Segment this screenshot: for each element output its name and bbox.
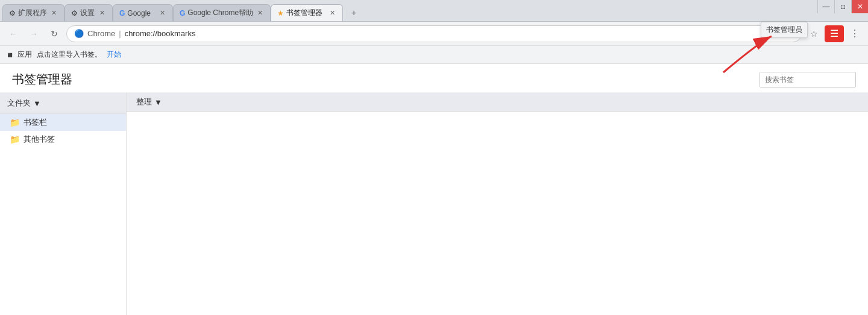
chrome-menu-button[interactable]: ⋮ — [846, 25, 863, 42]
tab-bookmarks[interactable]: ★ 书签管理器 ✕ — [271, 4, 343, 21]
chrome-help-tab-icon: G — [180, 9, 185, 18]
refresh-button[interactable]: ↻ — [46, 25, 63, 42]
search-input[interactable] — [760, 72, 856, 88]
maximize-button[interactable]: □ — [834, 0, 851, 13]
extensions-tab-icon: ⚙ — [9, 9, 16, 18]
sidebar-item-other-bookmarks[interactable]: 📁 其他书签 — [0, 131, 126, 148]
url-text: chrome://bookmarks — [125, 29, 196, 38]
apps-grid-icon: ◾ — [5, 50, 15, 60]
folder-icon-bookmarks-bar: 📁 — [10, 118, 20, 127]
organize-button[interactable]: 整理 ▼ — [136, 97, 162, 107]
bookmark-manager-page: 书签管理器 文件夹 ▼ 📁 书签栏 — [0, 64, 868, 315]
import-link[interactable]: 开始 — [107, 49, 121, 60]
url-bar[interactable]: 🔵 Chrome | chrome://bookmarks — [66, 25, 802, 42]
window-controls: — □ ✕ — [817, 0, 868, 13]
folder-menu-label: 文件夹 — [7, 98, 31, 109]
bookmarks-tab-icon: ★ — [277, 9, 284, 18]
settings-tab-title: 设置 — [80, 8, 95, 18]
minimize-button[interactable]: — — [817, 0, 834, 13]
tab-extensions[interactable]: ⚙ 扩展程序 ✕ — [2, 4, 64, 21]
sidebar-item-label-other-bookmarks: 其他书签 — [24, 134, 55, 145]
address-actions: ☆ ☰ ⋮ — [805, 25, 863, 42]
url-favicon: 🔵 — [74, 29, 84, 38]
close-button[interactable]: ✕ — [851, 0, 868, 13]
forward-button[interactable]: → — [25, 25, 42, 42]
address-bar: ← → ↻ 🔵 Chrome | chrome://bookmarks ☆ ☰ … — [0, 22, 868, 46]
bm-content-area — [127, 112, 868, 312]
organize-label: 整理 — [136, 97, 152, 107]
sidebar-item-bookmarks-bar[interactable]: 📁 书签栏 — [0, 114, 126, 131]
url-chrome-label: Chrome — [87, 29, 115, 38]
chrome-help-tab-close[interactable]: ✕ — [256, 9, 264, 18]
sidebar-folder-menu[interactable]: 文件夹 ▼ — [0, 93, 126, 114]
bm-page-header: 书签管理器 — [0, 64, 868, 93]
bookmarks-tab-close[interactable]: ✕ — [328, 9, 336, 18]
extensions-tab-close[interactable]: ✕ — [49, 9, 58, 18]
tab-settings[interactable]: ⚙ 设置 ✕ — [64, 4, 113, 21]
new-tab-button[interactable]: + — [345, 4, 362, 21]
bm-body: 文件夹 ▼ 📁 书签栏 📁 其他书签 — [0, 93, 868, 315]
import-text: 点击这里导入书签。 — [37, 49, 102, 60]
settings-tab-close[interactable]: ✕ — [98, 9, 106, 18]
url-separator: | — [119, 29, 121, 38]
bm-main-header: 整理 ▼ — [127, 93, 868, 112]
bm-main-content: 整理 ▼ — [127, 93, 868, 315]
folder-menu-arrow: ▼ — [33, 99, 41, 108]
browser-frame: ⚙ 扩展程序 ✕ ⚙ 设置 ✕ G Google ✕ G Google Chro… — [0, 0, 868, 315]
tab-google[interactable]: G Google ✕ — [113, 4, 173, 21]
bookmark-star-button[interactable]: ☆ — [805, 25, 822, 42]
sidebar-item-label-bookmarks-bar: 书签栏 — [24, 117, 47, 128]
settings-tab-icon: ⚙ — [71, 9, 78, 18]
bm-sidebar: 文件夹 ▼ 📁 书签栏 📁 其他书签 — [0, 93, 127, 315]
bookmarks-manager-button[interactable]: ☰ — [825, 25, 844, 42]
bookmarks-bar: ◾ 应用 点击这里导入书签。 开始 — [0, 46, 868, 64]
bookmarks-tab-title: 书签管理器 — [286, 8, 326, 18]
folder-icon-other-bookmarks: 📁 — [10, 135, 20, 144]
extensions-tab-title: 扩展程序 — [18, 8, 47, 18]
google-tab-icon: G — [119, 9, 125, 18]
google-tab-close[interactable]: ✕ — [158, 9, 166, 18]
page-content: 书签管理器 文件夹 ▼ 📁 书签栏 — [0, 64, 868, 315]
page-title: 书签管理器 — [12, 71, 72, 88]
back-button[interactable]: ← — [5, 25, 22, 42]
tab-chrome-help[interactable]: G Google Chrome帮助 ✕ — [173, 4, 271, 21]
apps-button[interactable]: ◾ 应用 — [5, 49, 32, 60]
organize-arrow: ▼ — [154, 98, 162, 107]
tab-tooltip: 书签管理员 — [761, 22, 808, 38]
apps-label: 应用 — [17, 49, 32, 60]
google-tab-title: Google — [127, 9, 156, 18]
chrome-help-tab-title: Google Chrome帮助 — [187, 8, 253, 18]
tab-bar: ⚙ 扩展程序 ✕ ⚙ 设置 ✕ G Google ✕ G Google Chro… — [0, 0, 868, 22]
